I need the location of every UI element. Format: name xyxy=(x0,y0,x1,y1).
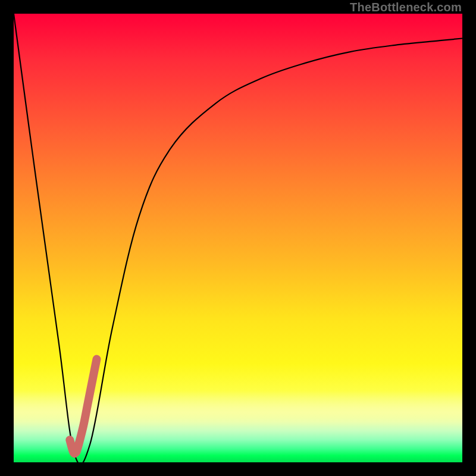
bottleneck-curve xyxy=(14,14,462,462)
chart-frame: TheBottleneck.com xyxy=(0,0,476,476)
plot-area xyxy=(14,14,462,462)
curve-layer xyxy=(14,14,462,462)
highlight-segment xyxy=(70,359,96,453)
watermark-text: TheBottleneck.com xyxy=(350,1,462,14)
